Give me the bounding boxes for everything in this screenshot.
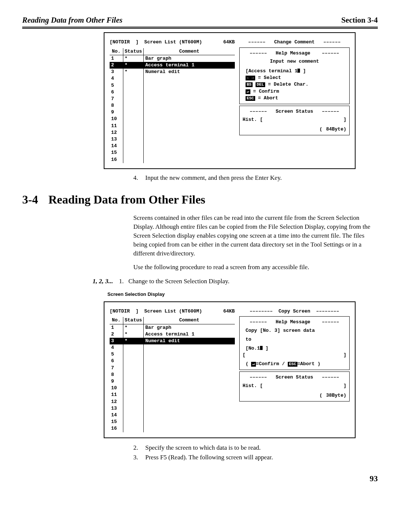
byte-count: 84Byte) xyxy=(326,126,346,133)
col-status: Status xyxy=(123,317,144,324)
text-cursor-icon xyxy=(260,346,263,350)
fig2-table: No. Status Comment 1*Bar graph2*Access t… xyxy=(110,317,235,432)
step-1-num: 1. xyxy=(119,278,124,285)
end-steps: 2. Specify the screen to which data is t… xyxy=(133,443,378,462)
select-label: = Select xyxy=(255,75,281,80)
del-key-icon: DEL xyxy=(256,82,265,87)
table-row: 14 xyxy=(110,412,235,419)
table-row: 12 xyxy=(110,399,235,405)
bracket-open: [ xyxy=(243,352,246,358)
section-heading: 3-4 Reading Data from Other Files xyxy=(22,191,378,208)
fig2-status-box: –––––– Screen Status –––––– Hist. [ ] ( … xyxy=(239,371,350,402)
table-row: 9 xyxy=(110,109,235,116)
table-row: 11 xyxy=(110,123,235,129)
table-row: 7 xyxy=(110,96,235,102)
hist-label: Hist. [ xyxy=(243,383,263,389)
table-row: 5 xyxy=(110,82,235,89)
figure-2-screen: [NOTDIR ] Screen List (NT600M) 64KB No. … xyxy=(104,301,356,438)
table-row: 12 xyxy=(110,129,235,136)
table-row: 6 xyxy=(110,89,235,96)
step-2-text: Specify the screen to which data is to b… xyxy=(145,444,261,451)
step-2-num: 2. xyxy=(133,443,144,452)
esc-key-icon: ESC xyxy=(288,362,297,367)
help-l2-post: ] xyxy=(300,68,306,74)
fig1-status-box: –––––– Screen Status –––––– Hist. [ ] ( … xyxy=(239,106,350,136)
col-status: Status xyxy=(123,48,144,55)
fig1-right-title: –––––– Change Comment –––––– xyxy=(239,39,350,46)
step-3-num: 3. xyxy=(133,453,144,462)
fig1-title-left: [NOTDIR ] Screen List (NT600M) xyxy=(110,39,202,46)
table-row: 2*Access terminal 1 xyxy=(110,62,235,69)
help-copy-line: Copy [No. 3] screen data xyxy=(246,327,346,334)
section-number: 3-4 xyxy=(22,191,38,208)
table-row: 7 xyxy=(110,365,235,371)
bs-key-icon: BS xyxy=(246,82,253,87)
figure-1-screen: [NOTDIR ] Screen List (NT600M) 64KB No. … xyxy=(104,32,356,169)
table-row: 13 xyxy=(110,136,235,143)
table-row: 16 xyxy=(110,425,235,432)
step-1-text: Change to the Screen Selection Display. xyxy=(129,278,230,285)
table-row: 9 xyxy=(110,378,235,385)
running-head-left: Reading Data from Other Files xyxy=(22,15,123,26)
step-3-text: Press F5 (Read). The following screen wi… xyxy=(145,454,273,461)
table-row: 11 xyxy=(110,391,235,398)
help-l2-pre: [Access terminal 1 xyxy=(246,68,297,74)
help-title: –––––– Help Message –––––– xyxy=(243,50,346,57)
table-row: 8 xyxy=(110,102,235,109)
table-row: 3*Numeral edit xyxy=(110,338,235,344)
step-4-num: 4. xyxy=(133,174,144,182)
paren-open: ( xyxy=(320,126,323,133)
table-row: 8 xyxy=(110,371,235,378)
col-comment: Comment xyxy=(144,48,235,55)
section-title: Reading Data from Other Files xyxy=(49,191,206,208)
bracket-close: ] xyxy=(343,352,346,358)
arrow-left-right-key-icon: ← → xyxy=(246,76,255,80)
table-row: 13 xyxy=(110,405,235,412)
table-row: 15 xyxy=(110,149,235,156)
fig2-caption: Screen Selection Display xyxy=(107,291,378,298)
table-row: 15 xyxy=(110,419,235,425)
table-row: 14 xyxy=(110,143,235,149)
step-4-text: Input the new comment, and then press th… xyxy=(145,174,282,181)
hist-label: Hist. [ xyxy=(243,116,263,123)
hist-close: ] xyxy=(343,116,346,123)
help-no-post: ] xyxy=(263,346,269,351)
table-row: 1*Bar graph xyxy=(110,324,235,331)
table-row: 10 xyxy=(110,385,235,391)
abort-text: =Abort ) xyxy=(297,361,320,367)
table-row: 6 xyxy=(110,358,235,364)
help-title: –––––– Help Message –––––– xyxy=(243,319,346,326)
table-row: 4 xyxy=(110,344,235,351)
page-header: Reading Data from Other Files Section 3-… xyxy=(22,15,378,29)
fig2-title-left: [NOTDIR ] Screen List (NT600M) xyxy=(110,308,202,315)
confirm-text: =Confirm / xyxy=(256,361,288,367)
byte-count: 38Byte) xyxy=(326,392,346,399)
section-p1: Screens contained in other files can be … xyxy=(133,214,378,258)
fig1-title-right: 64KB xyxy=(223,39,235,46)
table-row: 10 xyxy=(110,116,235,122)
col-no: No. xyxy=(110,48,123,55)
help-no-pre: [No.1 xyxy=(246,346,260,351)
help-to: to xyxy=(246,336,346,343)
enter-key-icon: ↵ xyxy=(246,89,250,94)
section-p2: Use the following procedure to read a sc… xyxy=(133,263,378,272)
steps-label: 1, 2, 3... xyxy=(93,277,113,286)
steps-row: 1, 2, 3... 1. Change to the Screen Selec… xyxy=(93,277,378,286)
fig1-help-box: –––––– Help Message –––––– Input new com… xyxy=(239,47,350,104)
table-row: 16 xyxy=(110,156,235,163)
fig2-help-box: –––––– Help Message –––––– Copy [No. 3] … xyxy=(239,316,350,370)
status-title: –––––– Screen Status –––––– xyxy=(243,108,346,115)
table-row: 3*Numeral edit xyxy=(110,69,235,75)
col-no: No. xyxy=(110,317,123,324)
status-title: –––––– Screen Status –––––– xyxy=(243,374,346,381)
col-comment: Comment xyxy=(144,317,235,324)
table-row: 1*Bar graph xyxy=(110,55,235,62)
help-l1: Input new comment xyxy=(243,58,346,65)
abort-label: = Abort xyxy=(255,95,278,101)
table-row: 2*Access terminal 1 xyxy=(110,331,235,338)
fig2-right-title: –––––––– Copy Screen –––––––– xyxy=(239,308,350,315)
fig2-title-right: 64KB xyxy=(223,308,235,315)
fig1-table: No. Status Comment 1*Bar graph2*Access t… xyxy=(110,48,235,163)
step-4: 4. Input the new comment, and then press… xyxy=(133,174,378,182)
table-row: 5 xyxy=(110,351,235,358)
